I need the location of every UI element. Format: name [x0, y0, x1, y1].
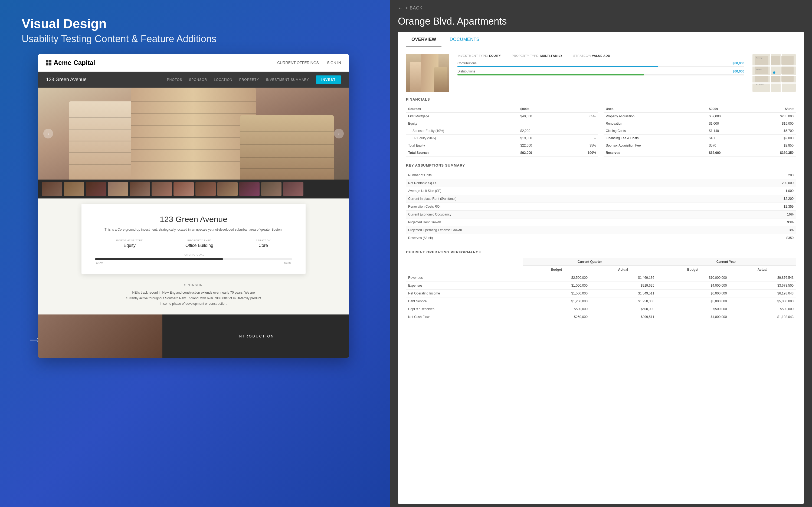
uses-row-1: Property Acquisition $57,000 $285,000	[604, 113, 796, 120]
sources-row-3: Sponsor Equity (10%) $2,200 –	[406, 127, 598, 135]
assump-3-label: Average Unit Size (SF)	[406, 187, 711, 195]
performance-table: Current Quarter Current Year Budget Actu…	[406, 258, 796, 321]
use-2-per-unit: $15,000	[749, 120, 796, 127]
property-nav: 123 Green Avenue PHOTOS SPONSOR LOCATION…	[38, 72, 349, 88]
info-card-desc: This is a Core ground-up investment, str…	[95, 227, 292, 232]
assumption-row-9: Reserves ($/unit) $350	[406, 234, 796, 242]
perf-row-net-cash: Net Cash Flow $250,000 $299,511 $1,000,0…	[406, 313, 796, 321]
assump-5-value: $2,359	[711, 203, 796, 211]
thumb-2[interactable]	[64, 182, 84, 196]
property-img	[406, 54, 449, 92]
back-label: < BACK	[405, 6, 422, 10]
nav-photos[interactable]: PHOTOS	[167, 78, 182, 82]
perf-expenses-cy-actual: $3,678,500	[729, 282, 796, 290]
investment-type-label: INVESTMENT TYPE	[116, 239, 143, 242]
perf-debt-cq-actual: $1,250,000	[590, 297, 657, 305]
nav-investment-summary[interactable]: INVESTMENT SUMMARY	[266, 78, 309, 82]
perf-debt-cq-budget: $1,250,000	[523, 297, 590, 305]
perf-revenues-label: Revenues	[406, 274, 523, 282]
assump-4-label: Current In-place Rent ($/unit/mo.)	[406, 195, 711, 203]
detail-content: INVESTMENT TYPE: EQUITY PROPERTY TYPE: M…	[398, 47, 804, 328]
tab-overview[interactable]: OVERVIEW	[406, 32, 442, 47]
back-link[interactable]: ← < BACK	[390, 0, 812, 14]
use-6-label: Reserves	[604, 149, 707, 157]
thumb-7[interactable]	[173, 182, 194, 196]
info-row: INVESTMENT TYPE Equity PROPERTY TYPE Off…	[95, 239, 292, 248]
strategy-value: Core	[256, 243, 271, 248]
financials-two-col: Sources $000s First Mortgage $40,000 65%	[406, 105, 796, 157]
hero-image: ‹ ›	[38, 88, 349, 179]
use-1-label: Property Acquisition	[604, 113, 707, 120]
use-5-label: Sponsor Acquisition Fee	[604, 142, 707, 149]
right-panel: ← < BACK Orange Blvd. Apartments OVERVIE…	[390, 0, 812, 507]
perf-capex-cy-actual: $500,000	[729, 305, 796, 313]
thumb-9[interactable]	[217, 182, 238, 196]
meta-property-type: PROPERTY TYPE: MULTI-FAMILY	[512, 54, 562, 57]
perf-current-year-header: Current Year	[656, 258, 796, 266]
info-card: 123 Green Avenue This is a Core ground-u…	[82, 204, 306, 274]
nav-links: CURRENT OFFERINGS SIGN IN	[277, 61, 341, 65]
nav-bar: AcmeCapital CURRENT OFFERINGS SIGN IN	[38, 54, 349, 72]
nav-sponsor[interactable]: SPONSOR	[189, 78, 207, 82]
hero-prev-arrow[interactable]: ‹	[43, 129, 53, 138]
sources-pct-header	[563, 105, 598, 113]
funding-bar	[95, 258, 292, 260]
map-block-6	[755, 76, 768, 82]
uses-row-4: Financing Fee & Costs $400 $2,000	[604, 135, 796, 142]
assump-4-value: $2,200	[711, 195, 796, 203]
property-type-label: PROPERTY TYPE	[186, 239, 213, 242]
assumption-row-5: Renovation Costs ROI $2,359	[406, 203, 796, 211]
assumption-row-1: Number of Units 200	[406, 171, 796, 179]
map-block-8	[781, 76, 794, 82]
src-3-value: $2,200	[518, 127, 563, 135]
contributions-bar	[457, 66, 744, 67]
map-block-7	[771, 76, 780, 82]
src-4-label: LP Equity (90%)	[406, 135, 518, 142]
progress-section: Contributions $60,000 Distributions $60,…	[457, 61, 744, 75]
sign-in-link[interactable]: SIGN IN	[327, 61, 341, 65]
uses-header: Uses	[604, 105, 707, 113]
use-3-label: Closing Costs	[604, 127, 707, 135]
hero-next-arrow[interactable]: ›	[334, 129, 344, 138]
contributions-label: Contributions	[457, 61, 477, 65]
nav-property[interactable]: PROPERTY	[239, 78, 259, 82]
assump-5-label: Renovation Costs ROI	[406, 203, 711, 211]
property-meta-row: INVESTMENT TYPE: EQUITY PROPERTY TYPE: M…	[457, 54, 744, 57]
thumb-12[interactable]	[283, 182, 303, 196]
use-1-value: $57,000	[707, 113, 749, 120]
thumb-5[interactable]	[130, 182, 150, 196]
invest-button[interactable]: INVEST	[316, 75, 341, 84]
map-label-1: Cambridge	[756, 57, 762, 59]
operating-performance-title: CURRENT OPERATING PERFORMANCE	[406, 250, 796, 254]
thumb-6[interactable]	[152, 182, 172, 196]
thumb-3[interactable]	[86, 182, 106, 196]
tab-documents[interactable]: DOCUMENTS	[444, 32, 485, 47]
meta-investment-value: EQUITY	[489, 54, 501, 57]
current-offerings-link[interactable]: CURRENT OFFERINGS	[277, 61, 319, 65]
use-5-per-unit: $2,850	[749, 142, 796, 149]
nav-location[interactable]: LOCATION	[214, 78, 232, 82]
funding-label: FUNDING GOAL	[95, 253, 292, 256]
right-arrow-indicator: ←	[783, 316, 800, 335]
perf-cy-actual-header: Actual	[729, 266, 796, 274]
thumb-4[interactable]	[108, 182, 128, 196]
building-shape-3	[240, 115, 334, 179]
funding-amount1: $32m	[96, 262, 103, 265]
assumption-row-4: Current In-place Rent ($/unit/mo.) $2,20…	[406, 195, 796, 203]
use-4-per-unit: $2,000	[749, 135, 796, 142]
use-6-per-unit: $330,350	[749, 149, 796, 157]
use-3-per-unit: $5,700	[749, 127, 796, 135]
thumb-11[interactable]	[261, 182, 282, 196]
src-6-value: $62,000	[518, 149, 563, 157]
thumb-8[interactable]	[195, 182, 216, 196]
thumb-1[interactable]	[42, 182, 62, 196]
assump-7-value: 93%	[711, 219, 796, 226]
use-1-per-unit: $285,000	[749, 113, 796, 120]
distributions-header: Distributions $60,000	[457, 69, 744, 73]
perf-cq-budget-header: Budget	[523, 266, 590, 274]
assumption-row-3: Average Unit Size (SF) 1,000	[406, 187, 796, 195]
thumbnail-strip	[38, 179, 349, 199]
thumb-10[interactable]	[239, 182, 260, 196]
src-5-pct: 35%	[563, 142, 598, 149]
distributions-bar	[457, 74, 744, 75]
